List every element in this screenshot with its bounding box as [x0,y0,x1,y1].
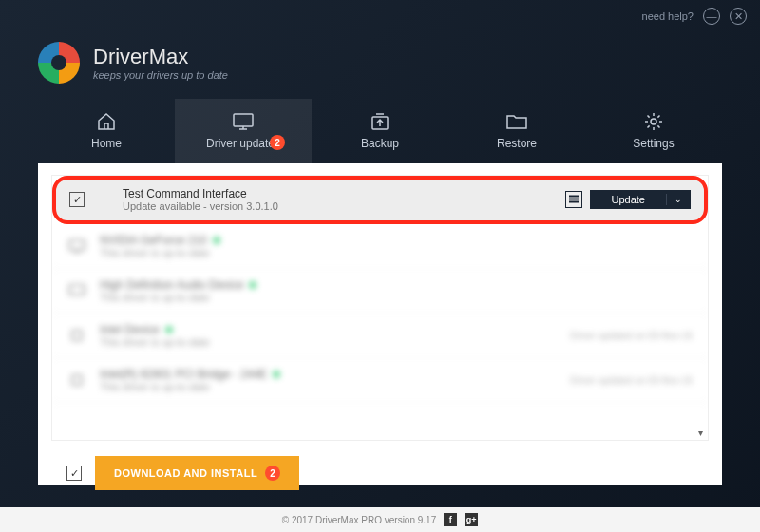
copyright-text: © 2017 DriverMax PRO version 9.17 [282,515,436,525]
tab-backup[interactable]: Backup [312,99,448,163]
tab-label: Home [91,137,122,150]
home-icon [96,112,117,131]
driver-subtitle: Update available - version 3.0.1.0 [123,200,552,212]
driver-row[interactable]: High Definition Audio Device This driver… [52,269,708,314]
tab-label: Restore [497,137,537,150]
titlebar: need help? — ✕ [0,0,760,32]
monitor-icon [233,112,254,131]
backup-icon [370,112,390,131]
svg-rect-8 [72,331,82,340]
status-dot-icon [249,281,256,289]
minimize-button[interactable]: — [703,8,720,25]
header: DriverMax keeps your drivers up to date [0,32,760,99]
tab-label: Backup [361,137,399,150]
svg-rect-9 [72,375,82,385]
chip-icon [67,327,86,344]
chevron-down-icon[interactable]: ⌄ [667,195,690,204]
svg-rect-7 [69,285,85,294]
driver-title: Intel(R) 82801 PCI Bridge - 244E [100,368,557,381]
driver-title: Test Command Interface [123,187,552,200]
googleplus-icon[interactable]: g+ [465,513,478,526]
driver-subtitle: This driver is up-to-date [100,381,557,392]
app-logo-icon [38,42,80,84]
facebook-icon[interactable]: f [444,513,457,526]
download-install-button[interactable]: DOWNLOAD AND INSTALL 2 [95,456,299,490]
folder-icon [506,112,527,131]
select-all-checkbox[interactable]: ✓ [66,466,82,481]
driver-row[interactable]: Intel Device This driver is up-to-date D… [52,314,708,358]
tab-settings[interactable]: Settings [585,99,722,163]
bottom-bar: © 2017 DriverMax PRO version 9.17 f g+ [0,507,760,532]
content-panel: ▴ ✓ Test Command Interface Update availa… [38,163,722,484]
svg-rect-6 [69,240,85,250]
svg-rect-3 [569,196,579,197]
scroll-down-button[interactable]: ▾ [694,427,706,438]
status-dot-icon [213,237,220,244]
tab-home[interactable]: Home [38,99,175,163]
driver-subtitle: This driver is up-to-date [100,292,693,303]
driver-status: Driver updated on 03-Nov-16 [570,331,693,341]
details-icon[interactable] [565,191,582,208]
app-subtitle: keeps your drivers up to date [93,69,228,81]
audio-icon [67,282,86,299]
driver-title: Intel Device [100,323,557,336]
driver-subtitle: This driver is up-to-date [100,336,557,348]
monitor-icon [67,238,86,255]
svg-rect-0 [234,114,253,126]
driver-title: High Definition Audio Device [100,278,693,292]
tab-driver-updates[interactable]: Driver updates 2 [175,99,312,163]
footer-actions: ✓ DOWNLOAD AND INSTALL 2 [51,446,709,500]
tab-label: Settings [633,137,674,150]
checkbox[interactable]: ✓ [69,192,85,207]
driver-row-highlighted[interactable]: ✓ Test Command Interface Update availabl… [54,178,706,222]
help-link[interactable]: need help? [642,10,694,22]
tab-bar: Home Driver updates 2 Backup Restore Set… [0,99,760,163]
svg-rect-4 [569,199,579,200]
update-button-label: Update [591,194,667,205]
gear-icon [643,112,664,131]
tab-restore[interactable]: Restore [448,99,585,163]
driver-status: Driver updated on 03-Nov-16 [570,375,693,386]
driver-list: ▴ ✓ Test Command Interface Update availa… [51,175,709,441]
update-button[interactable]: Update ⌄ [590,190,691,209]
driver-title: NVIDIA GeForce 210 [100,234,693,247]
status-dot-icon [273,370,280,378]
driver-subtitle: This driver is up-to-date [100,247,693,258]
updates-badge: 2 [270,135,285,150]
download-count-badge: 2 [265,466,280,481]
app-title: DriverMax [93,45,228,69]
download-button-label: DOWNLOAD AND INSTALL [114,467,257,479]
svg-point-2 [651,119,656,124]
chip-icon [67,371,86,389]
svg-rect-5 [569,201,579,202]
driver-row[interactable]: NVIDIA GeForce 210 This driver is up-to-… [52,224,708,269]
close-button[interactable]: ✕ [730,8,747,25]
driver-row[interactable]: Intel(R) 82801 PCI Bridge - 244E This dr… [52,358,708,403]
status-dot-icon [165,326,173,333]
